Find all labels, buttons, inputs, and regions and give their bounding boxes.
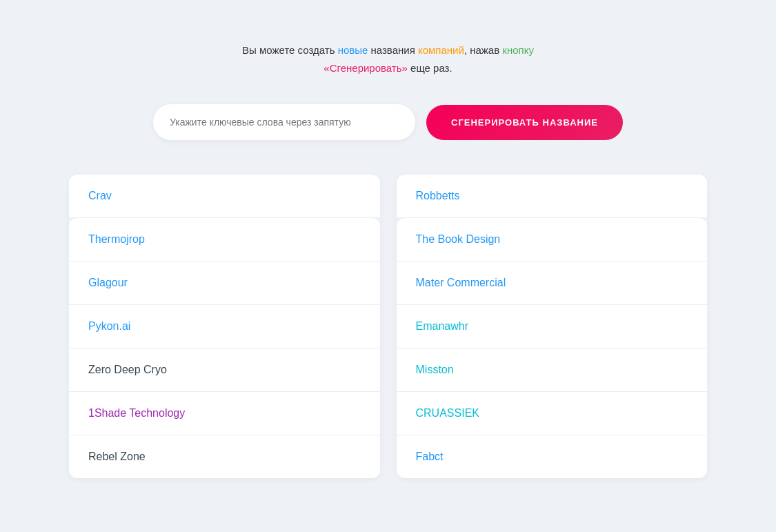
page-container: Вы можете создать новые названия компани…	[0, 0, 776, 506]
list-item[interactable]: Robbetts	[397, 175, 708, 218]
intro-text-more: еще раз.	[408, 62, 452, 74]
names-grid: Crav Thermojrop Glagour Pykon.ai Zero De…	[69, 175, 707, 478]
list-item[interactable]: Fabct	[397, 435, 708, 478]
list-item[interactable]: 1Shade Technology	[69, 392, 380, 435]
name-label: Mater Commercial	[416, 277, 506, 288]
intro-text-knapku: кнопку	[502, 44, 534, 56]
name-label: CRUASSIEK	[416, 407, 479, 419]
list-item[interactable]: Rebel Zone	[69, 435, 380, 478]
right-column: Robbetts The Book Design Mater Commercia…	[397, 175, 708, 478]
intro-text-part1: Вы можете создать	[242, 44, 338, 56]
name-label: Glagour	[88, 277, 128, 288]
list-item[interactable]: Zero Deep Cryo	[69, 348, 380, 392]
name-label: 1Shade Technology	[88, 407, 185, 419]
list-item[interactable]: CRUASSIEK	[397, 392, 708, 435]
list-item[interactable]: Thermojrop	[69, 218, 380, 262]
name-label: The Book Design	[416, 233, 501, 245]
name-label: Zero Deep Cryo	[88, 364, 167, 375]
name-label: Emanawhr	[416, 320, 468, 332]
intro-text-part3: , нажав	[464, 44, 502, 56]
name-label: Misston	[416, 364, 454, 375]
name-label: Rebel Zone	[88, 451, 146, 462]
list-item[interactable]: Crav	[69, 175, 380, 218]
list-item[interactable]: Pykon.ai	[69, 305, 380, 348]
input-row: СГЕНЕРИРОВАТЬ НАЗВАНИЕ	[69, 104, 707, 140]
list-item[interactable]: Glagour	[69, 262, 380, 305]
keyword-input[interactable]	[153, 104, 415, 140]
name-label: Robbetts	[416, 190, 460, 201]
name-label: Crav	[88, 190, 112, 201]
intro-text-new: новые	[338, 44, 368, 56]
list-item[interactable]: Misston	[397, 348, 708, 392]
name-label: Thermojrop	[88, 233, 145, 245]
list-item[interactable]: Emanawhr	[397, 305, 708, 348]
generate-button[interactable]: СГЕНЕРИРОВАТЬ НАЗВАНИЕ	[426, 105, 623, 140]
list-item[interactable]: Mater Commercial	[397, 262, 708, 305]
intro-text-part2: названия	[368, 44, 418, 56]
intro-text: Вы можете создать новые названия компани…	[69, 41, 707, 77]
list-item[interactable]: The Book Design	[397, 218, 708, 262]
left-column: Crav Thermojrop Glagour Pykon.ai Zero De…	[69, 175, 380, 478]
intro-text-companies: компаний	[418, 44, 464, 56]
name-label: Pykon.ai	[88, 320, 130, 332]
intro-text-generate: «Сгенерировать»	[324, 62, 408, 74]
name-label: Fabct	[416, 451, 444, 462]
